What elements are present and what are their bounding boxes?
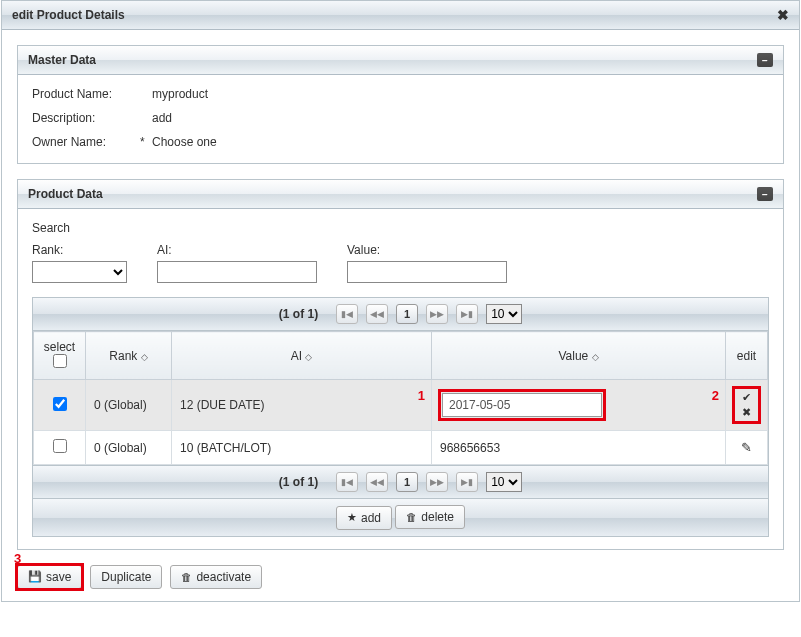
cell-edit: ✔ ✖ bbox=[726, 380, 768, 431]
next-page-icon[interactable]: ▶▶ bbox=[426, 472, 448, 492]
collapse-icon[interactable]: − bbox=[757, 53, 773, 67]
dialog-content: Master Data − Product Name: myproduct De… bbox=[2, 30, 799, 601]
table-action-bar: ★ add 🗑 delete bbox=[33, 498, 768, 536]
product-name-label: Product Name: bbox=[32, 87, 140, 101]
table-row: 0 (Global) 12 (DUE DATE) 1 2 bbox=[34, 380, 768, 431]
row-checkbox[interactable] bbox=[53, 397, 67, 411]
cell-ai: 10 (BATCH/LOT) bbox=[172, 431, 432, 465]
save-button[interactable]: 💾 save bbox=[17, 565, 82, 589]
rank-label: Rank: bbox=[32, 243, 127, 257]
th-rank[interactable]: Rank ◇ bbox=[86, 332, 172, 380]
field-description: Description: add bbox=[32, 111, 769, 125]
dialog-title: edit Product Details bbox=[12, 8, 125, 22]
save-icon: 💾 bbox=[28, 570, 42, 583]
bottom-buttons: 💾 save Duplicate 🗑 deactivate bbox=[17, 565, 784, 589]
search-row: Rank: AI: Value: bbox=[32, 243, 769, 283]
cell-select bbox=[34, 380, 86, 431]
cell-select bbox=[34, 431, 86, 465]
cell-value: 2 bbox=[432, 380, 726, 431]
search-label: Search bbox=[32, 221, 769, 235]
ai-input[interactable] bbox=[157, 261, 317, 283]
page-number[interactable]: 1 bbox=[396, 304, 418, 324]
page-info: (1 of 1) bbox=[279, 475, 318, 489]
last-page-icon[interactable]: ▶▮ bbox=[456, 304, 478, 324]
annotation-3: 3 bbox=[14, 551, 21, 566]
owner-name-value[interactable]: Choose one bbox=[152, 135, 217, 149]
value-edit-input[interactable] bbox=[442, 393, 602, 417]
sort-icon: ◇ bbox=[592, 352, 599, 362]
next-page-icon[interactable]: ▶▶ bbox=[426, 304, 448, 324]
search-value: Value: bbox=[347, 243, 507, 283]
pencil-icon[interactable]: ✎ bbox=[741, 440, 752, 455]
page-number[interactable]: 1 bbox=[396, 472, 418, 492]
page-size-select[interactable]: 10 bbox=[486, 472, 522, 492]
description-label: Description: bbox=[32, 111, 140, 125]
prev-page-icon[interactable]: ◀◀ bbox=[366, 304, 388, 324]
data-table-wrap: (1 of 1) ▮◀ ◀◀ 1 ▶▶ ▶▮ 10 bbox=[32, 297, 769, 537]
description-value: add bbox=[152, 111, 172, 125]
value-label: Value: bbox=[347, 243, 507, 257]
last-page-icon[interactable]: ▶▮ bbox=[456, 472, 478, 492]
row-checkbox[interactable] bbox=[53, 439, 67, 453]
panel-master-header: Master Data − bbox=[18, 46, 783, 75]
th-ai[interactable]: AI ◇ bbox=[172, 332, 432, 380]
search-rank: Rank: bbox=[32, 243, 127, 283]
field-product-name: Product Name: myproduct bbox=[32, 87, 769, 101]
th-value[interactable]: Value ◇ bbox=[432, 332, 726, 380]
deactivate-button[interactable]: 🗑 deactivate bbox=[170, 565, 262, 589]
annotation-2: 2 bbox=[712, 388, 719, 403]
trash-icon: 🗑 bbox=[181, 571, 192, 583]
ai-label: AI: bbox=[157, 243, 317, 257]
sort-icon: ◇ bbox=[305, 352, 312, 362]
confirm-icon[interactable]: ✔ bbox=[742, 391, 751, 404]
annotation-1: 1 bbox=[418, 388, 425, 403]
duplicate-button[interactable]: Duplicate bbox=[90, 565, 162, 589]
panel-master-body: Product Name: myproduct Description: add… bbox=[18, 75, 783, 163]
cell-edit: ✎ bbox=[726, 431, 768, 465]
cell-ai: 12 (DUE DATE) 1 bbox=[172, 380, 432, 431]
dialog: edit Product Details ✖ Master Data − Pro… bbox=[1, 0, 800, 602]
paginator-bottom: (1 of 1) ▮◀ ◀◀ 1 ▶▶ ▶▮ 10 bbox=[33, 465, 768, 498]
trash-icon: 🗑 bbox=[406, 511, 417, 523]
panel-product-header: Product Data − bbox=[18, 180, 783, 209]
owner-name-label: Owner Name: bbox=[32, 135, 140, 149]
data-table: select Rank ◇ AI ◇ Value bbox=[33, 331, 768, 465]
page-size-select[interactable]: 10 bbox=[486, 304, 522, 324]
add-button[interactable]: ★ add bbox=[336, 506, 392, 530]
prev-page-icon[interactable]: ◀◀ bbox=[366, 472, 388, 492]
panel-product-title: Product Data bbox=[28, 187, 103, 201]
search-ai: AI: bbox=[157, 243, 317, 283]
value-input[interactable] bbox=[347, 261, 507, 283]
cell-rank: 0 (Global) bbox=[86, 431, 172, 465]
collapse-icon[interactable]: − bbox=[757, 187, 773, 201]
sort-icon: ◇ bbox=[141, 352, 148, 362]
star-icon: ★ bbox=[347, 511, 357, 524]
field-owner-name: Owner Name: * Choose one bbox=[32, 135, 769, 149]
select-all-checkbox[interactable] bbox=[53, 354, 67, 368]
product-name-value: myproduct bbox=[152, 87, 208, 101]
th-select: select bbox=[34, 332, 86, 380]
th-edit: edit bbox=[726, 332, 768, 380]
cell-value: 968656653 bbox=[432, 431, 726, 465]
dialog-header: edit Product Details ✖ bbox=[2, 1, 799, 30]
first-page-icon[interactable]: ▮◀ bbox=[336, 304, 358, 324]
close-icon[interactable]: ✖ bbox=[777, 7, 789, 23]
required-marker: * bbox=[140, 135, 152, 149]
panel-master-title: Master Data bbox=[28, 53, 96, 67]
panel-product-body: Search Rank: AI: Value: bbox=[18, 209, 783, 549]
panel-product-data: Product Data − Search Rank: AI: Value: bbox=[17, 179, 784, 550]
bottom-area: 3 💾 save Duplicate 🗑 deactivate bbox=[17, 565, 784, 589]
table-row: 0 (Global) 10 (BATCH/LOT) 968656653 ✎ bbox=[34, 431, 768, 465]
paginator-top: (1 of 1) ▮◀ ◀◀ 1 ▶▶ ▶▮ 10 bbox=[33, 298, 768, 331]
cell-rank: 0 (Global) bbox=[86, 380, 172, 431]
panel-master-data: Master Data − Product Name: myproduct De… bbox=[17, 45, 784, 164]
rank-select[interactable] bbox=[32, 261, 127, 283]
first-page-icon[interactable]: ▮◀ bbox=[336, 472, 358, 492]
page-info: (1 of 1) bbox=[279, 307, 318, 321]
cancel-icon[interactable]: ✖ bbox=[742, 406, 751, 419]
delete-button[interactable]: 🗑 delete bbox=[395, 505, 465, 529]
